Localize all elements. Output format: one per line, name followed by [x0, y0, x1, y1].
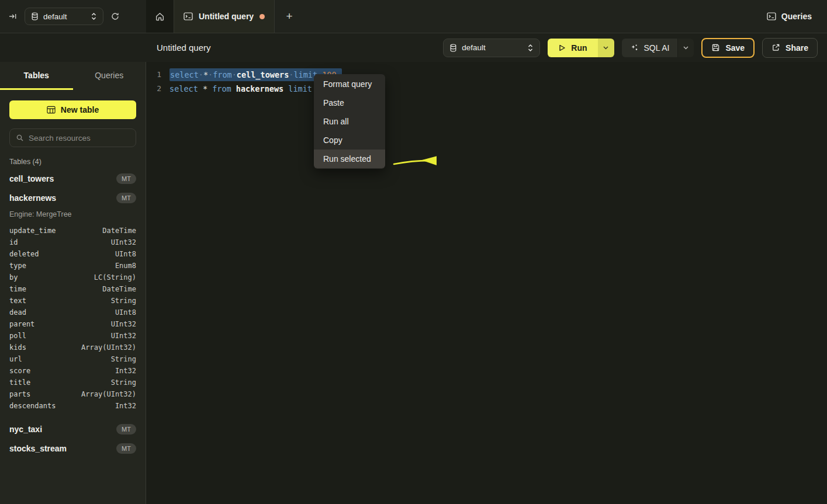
search-resources-input[interactable]	[29, 134, 130, 142]
column-row: byLC(String)	[9, 272, 136, 283]
save-button-label: Save	[725, 43, 745, 53]
terminal-icon	[184, 12, 193, 20]
table-row[interactable]: hackernewsMT	[9, 189, 136, 207]
topbar-database-select[interactable]: default	[25, 8, 103, 25]
context-menu-item[interactable]: Format query	[314, 75, 385, 93]
code-token: from	[213, 70, 232, 79]
line-number: 2	[146, 82, 161, 96]
sidebar-tab-tables[interactable]: Tables	[0, 62, 73, 90]
save-button[interactable]: Save	[701, 38, 755, 58]
column-name: score	[9, 367, 30, 375]
chevron-updown-icon	[527, 44, 534, 52]
context-menu-item[interactable]: Paste	[314, 93, 385, 112]
column-name: deleted	[9, 250, 39, 258]
query-title: Untitled query	[157, 43, 211, 53]
column-name: by	[9, 273, 18, 281]
line-number: 1	[146, 68, 161, 82]
run-button[interactable]: Run	[548, 39, 597, 57]
main-area: Tables Queries New table	[0, 62, 827, 504]
column-name: parts	[9, 390, 30, 398]
tables-section-label: Tables (4)	[9, 158, 136, 166]
code-token: ·	[208, 70, 213, 79]
table-row[interactable]: cell_towersMT	[9, 169, 136, 188]
code-area[interactable]: 1select·*·from·cell_towers·limit·100·2se…	[146, 68, 827, 96]
table-name: cell_towers	[9, 174, 54, 183]
column-row: titleString	[9, 377, 136, 388]
table-name: hackernews	[9, 193, 56, 203]
code-token: limit	[288, 84, 312, 93]
sql-ai-label: SQL AI	[644, 43, 670, 53]
share-button[interactable]: Share	[762, 38, 818, 58]
pin-right-icon	[8, 12, 18, 21]
queries-button-label: Queries	[781, 12, 812, 21]
context-menu: Format queryPasteRun allCopyRun selected	[314, 74, 385, 169]
column-row: scoreInt32	[9, 365, 136, 377]
column-type: DateTime	[102, 285, 136, 293]
refresh-icon	[110, 12, 120, 21]
sidebar-tabs: Tables Queries	[0, 62, 146, 90]
code-token: hackernews	[236, 84, 283, 93]
sidebar-tab-queries[interactable]: Queries	[73, 62, 146, 90]
table-row[interactable]: stocks_streamMT	[9, 439, 136, 458]
column-name: update_time	[9, 227, 56, 235]
terminal-icon	[767, 12, 776, 20]
run-split-button: Run	[548, 39, 614, 57]
engine-badge: MT	[116, 193, 136, 203]
table-engine-label: Engine: MergeTree	[9, 208, 136, 221]
column-type: String	[111, 297, 136, 305]
column-type: Array(UInt32)	[81, 390, 136, 398]
column-type: Array(UInt32)	[81, 343, 136, 352]
table-columns: update_timeDateTimeidUInt32deletedUInt8t…	[9, 225, 136, 412]
ai-sparkles-icon	[630, 43, 639, 52]
table-name: nyc_taxi	[9, 425, 42, 434]
engine-badge: MT	[116, 443, 136, 454]
tab-strip: Untitled query +	[146, 0, 304, 33]
refresh-button[interactable]	[110, 12, 120, 21]
column-row: typeEnum8	[9, 260, 136, 272]
sql-ai-options-button[interactable]	[678, 39, 694, 57]
new-tab-button[interactable]: +	[275, 0, 304, 33]
new-table-button[interactable]: New table	[9, 100, 136, 119]
column-name: parent	[9, 320, 34, 328]
tables-list: cell_towersMThackernewsMTEngine: MergeTr…	[0, 169, 146, 458]
code-token: select	[169, 84, 198, 93]
column-type: Int32	[115, 402, 136, 410]
column-type: LC(String)	[94, 273, 136, 281]
queries-button[interactable]: Queries	[767, 12, 812, 21]
column-type: String	[111, 378, 136, 387]
editor-pane[interactable]: 1select·*·from·cell_towers·limit·100·2se…	[146, 62, 827, 504]
code-token	[231, 84, 236, 93]
column-type: String	[111, 355, 136, 363]
column-type: UInt32	[111, 238, 136, 246]
column-row: update_timeDateTime	[9, 225, 136, 237]
code-token: *	[203, 84, 207, 93]
database-select-value: default	[43, 12, 86, 21]
column-row: descendantsInt32	[9, 400, 136, 412]
app: default	[0, 0, 827, 504]
chevron-updown-icon	[91, 12, 97, 20]
database-select-value: default	[462, 43, 523, 52]
tab-untitled-query[interactable]: Untitled query	[174, 0, 275, 33]
code-line[interactable]: 1select·*·from·cell_towers·limit·100·	[146, 68, 827, 82]
sql-ai-button[interactable]: SQL AI	[622, 39, 679, 57]
column-type: UInt8	[115, 250, 136, 258]
toolbar-database-select[interactable]: default	[443, 39, 540, 57]
top-bar: default	[0, 0, 827, 33]
context-menu-item[interactable]: Copy	[314, 131, 385, 150]
collapse-sidebar-button[interactable]	[8, 12, 18, 21]
run-options-button[interactable]	[598, 39, 614, 57]
column-name: dead	[9, 308, 26, 317]
context-menu-item[interactable]: Run all	[314, 112, 385, 131]
chevron-down-icon	[683, 46, 689, 50]
table-row[interactable]: nyc_taxiMT	[9, 420, 136, 439]
column-row: deadUInt8	[9, 307, 136, 318]
tab-home[interactable]	[146, 0, 174, 33]
context-menu-item[interactable]: Run selected	[314, 150, 385, 168]
code-token: select	[170, 70, 199, 79]
column-type: UInt8	[115, 308, 136, 317]
code-token	[207, 84, 212, 93]
column-row: timeDateTime	[9, 283, 136, 295]
code-token: ·	[199, 70, 203, 79]
code-line[interactable]: 2select * from hackernews limit	[146, 82, 827, 96]
sql-ai-split-button: SQL AI	[622, 39, 694, 57]
